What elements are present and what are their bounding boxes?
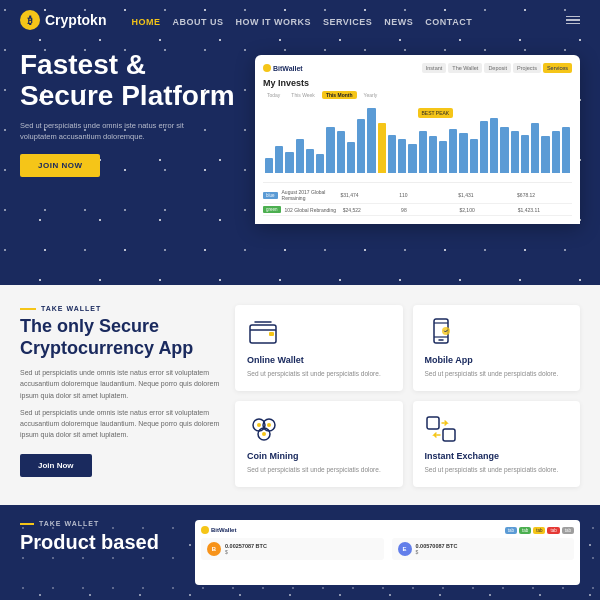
period-week[interactable]: This Week bbox=[287, 91, 319, 99]
join-now-button[interactable]: JOIN NOW bbox=[20, 154, 100, 177]
nav-item-home[interactable]: HOME bbox=[131, 11, 160, 29]
dashboard-title: My Invests bbox=[263, 78, 572, 88]
row-1-v1: 98 bbox=[401, 207, 455, 213]
eth-price: $ bbox=[416, 549, 569, 555]
badge-blue: blue bbox=[263, 192, 278, 199]
nav-item-news[interactable]: NEWS bbox=[384, 11, 413, 29]
footer-tab-1[interactable]: tab bbox=[519, 527, 531, 534]
footer-tab-4[interactable]: tab bbox=[562, 527, 574, 534]
footer-dash-logo: BitWallet bbox=[201, 526, 236, 534]
table-row-0: blue August 2017 Global Remaining $31,47… bbox=[263, 187, 572, 204]
dash-tab-3[interactable]: Projects bbox=[513, 63, 541, 73]
crypto-card-eth: E 0.00570087 BTC $ bbox=[392, 538, 575, 560]
nav-item-about[interactable]: ABOUT US bbox=[172, 11, 223, 29]
brand-name: Cryptokn bbox=[45, 12, 106, 28]
footer-dash-header: BitWallet tab tab tab tab tab bbox=[201, 526, 574, 534]
row-1-v0: $24,522 bbox=[343, 207, 397, 213]
nav-item-contact[interactable]: CONTACT bbox=[425, 11, 472, 29]
btc-price: $ bbox=[225, 549, 378, 555]
chart-bar-7 bbox=[337, 131, 345, 173]
nav-item-services[interactable]: SERVICES bbox=[323, 11, 372, 29]
wallet-icon bbox=[247, 317, 279, 349]
mobile-desc: Sed ut perspiciatis sit unde perspiciati… bbox=[425, 369, 569, 379]
chart-bar-26 bbox=[531, 123, 539, 173]
features-section: TAKE WALLET The only Secure Cryptocurren… bbox=[0, 285, 600, 505]
footer-dashboard: BitWallet tab tab tab tab tab B 0.002570… bbox=[195, 520, 580, 585]
features-grid: Online Wallet Sed ut perspiciatis sit un… bbox=[235, 305, 580, 485]
chart-bar-9 bbox=[357, 119, 365, 173]
chart-bar-3 bbox=[296, 139, 304, 173]
dash-tab-1[interactable]: The Wallet bbox=[448, 63, 482, 73]
invest-chart: BEST PEAK bbox=[263, 103, 572, 183]
crypto-row: B 0.00257087 BTC $ E 0.00570087 BTC $ bbox=[201, 538, 574, 560]
dash-logo-dot bbox=[263, 64, 271, 72]
footer-tab-2[interactable]: tab bbox=[533, 527, 545, 534]
svg-rect-10 bbox=[427, 417, 439, 429]
footer-preview-section: TAKE WALLET Product based BitWallet tab … bbox=[0, 505, 600, 600]
chart-bar-13 bbox=[398, 139, 406, 173]
svg-rect-1 bbox=[269, 332, 274, 336]
chart-bar-0 bbox=[265, 158, 273, 173]
chart-bar-14 bbox=[408, 144, 416, 173]
footer-dash-tabs: tab tab tab tab tab bbox=[505, 527, 574, 534]
chart-bar-11 bbox=[378, 123, 386, 173]
footer-tab-0[interactable]: tab bbox=[505, 527, 517, 534]
chart-bar-4 bbox=[306, 149, 314, 173]
chart-bar-23 bbox=[500, 127, 508, 173]
badge-green: green bbox=[263, 206, 281, 213]
mobile-icon bbox=[425, 317, 457, 349]
wallet-title: Online Wallet bbox=[247, 355, 391, 365]
footer-title: Product based bbox=[20, 531, 180, 553]
chart-bar-6 bbox=[326, 127, 334, 173]
feature-card-mining: Coin Mining Sed ut perspiciatis sit unde… bbox=[235, 401, 403, 487]
chart-bar-28 bbox=[552, 131, 560, 173]
chart-bar-10 bbox=[367, 108, 375, 173]
dashboard-mockup: BitWallet Instant The Wallet Deposit Pro… bbox=[255, 55, 580, 224]
chart-bar-20 bbox=[470, 139, 478, 173]
hamburger-icon[interactable] bbox=[566, 16, 580, 25]
hero-section: ₿ Cryptokn HOME ABOUT US HOW IT WORKS SE… bbox=[0, 0, 600, 285]
chart-bar-19 bbox=[459, 133, 467, 173]
btc-logo: B bbox=[207, 542, 221, 556]
row-0-v2: $1,431 bbox=[458, 192, 513, 198]
row-1-label: 102 Global Rebranding bbox=[285, 207, 339, 213]
footer-left: TAKE WALLET Product based bbox=[20, 520, 180, 585]
footer-tab-3[interactable]: tab bbox=[547, 527, 559, 534]
footer-section-tag: TAKE WALLET bbox=[20, 520, 180, 527]
mining-desc: Sed ut perspiciatis sit unde perspiciati… bbox=[247, 465, 391, 475]
dash-tab-2[interactable]: Deposit bbox=[484, 63, 511, 73]
nav-item-how[interactable]: HOW IT WORKS bbox=[235, 11, 311, 29]
dash-tab-4[interactable]: Services bbox=[543, 63, 572, 73]
join-now-dark-button[interactable]: Join Now bbox=[20, 454, 92, 477]
chart-bar-5 bbox=[316, 154, 324, 173]
hero-text: Fastest & Secure Platform Sed ut perspic… bbox=[20, 50, 240, 219]
row-0-v3: $678.12 bbox=[517, 192, 572, 198]
exchange-desc: Sed ut perspiciatis sit unde perspiciati… bbox=[425, 465, 569, 475]
logo-icon: ₿ bbox=[20, 10, 40, 30]
nav-links: HOME ABOUT US HOW IT WORKS SERVICES NEWS… bbox=[131, 11, 472, 29]
btc-info: 0.00257087 BTC $ bbox=[225, 543, 378, 555]
navbar: ₿ Cryptokn HOME ABOUT US HOW IT WORKS SE… bbox=[0, 0, 600, 40]
svg-point-8 bbox=[267, 423, 271, 427]
brand-logo[interactable]: ₿ Cryptokn bbox=[20, 10, 106, 30]
chart-bar-17 bbox=[439, 141, 447, 173]
wallet-desc: Sed ut perspiciatis sit unde perspiciati… bbox=[247, 369, 391, 379]
period-today[interactable]: Today bbox=[263, 91, 284, 99]
feature-card-mobile: Mobile App Sed ut perspiciatis sit unde … bbox=[413, 305, 581, 391]
features-left: TAKE WALLET The only Secure Cryptocurren… bbox=[20, 305, 220, 485]
features-title: The only Secure Cryptocurrency App bbox=[20, 316, 220, 359]
row-1-v2: $2,100 bbox=[459, 207, 513, 213]
dashboard-logo: BitWallet bbox=[263, 64, 303, 72]
period-yearly[interactable]: Yearly bbox=[360, 91, 382, 99]
svg-point-9 bbox=[262, 432, 266, 436]
period-tabs: Today This Week This Month Yearly bbox=[263, 91, 572, 99]
mining-icon bbox=[247, 413, 279, 445]
chart-bar-22 bbox=[490, 118, 498, 173]
table-row-1: green 102 Global Rebranding $24,522 98 $… bbox=[263, 204, 572, 216]
dash-tab-0[interactable]: Instant bbox=[422, 63, 447, 73]
period-month[interactable]: This Month bbox=[322, 91, 357, 99]
chart-bar-24 bbox=[511, 131, 519, 173]
footer-logo-dot bbox=[201, 526, 209, 534]
row-0-label: August 2017 Global Remaining bbox=[282, 189, 337, 201]
chart-bar-2 bbox=[285, 152, 293, 173]
